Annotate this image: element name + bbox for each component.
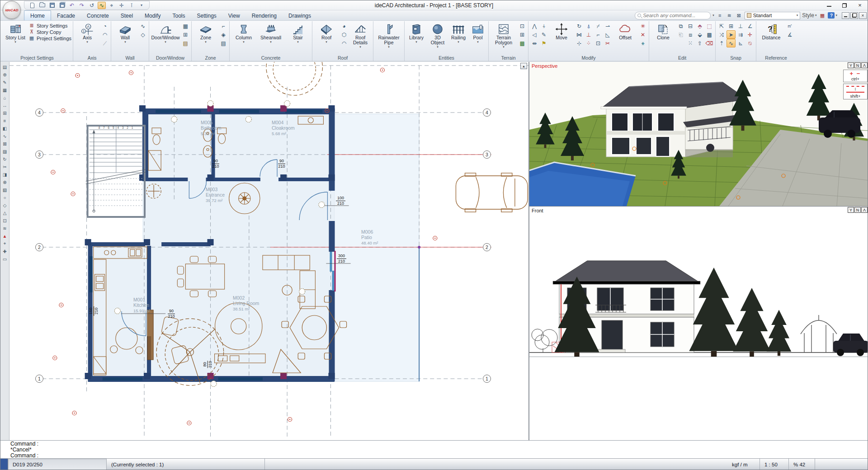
axis-edit-icon[interactable]: ⟋ (100, 39, 109, 47)
group-icon[interactable]: ⊟ (686, 22, 695, 30)
zone-patch-icon[interactable]: ◈ (219, 30, 228, 39)
scale-chart-icon[interactable]: ⍋ (584, 22, 593, 30)
select-layer-icon[interactable]: ⬙ (695, 30, 704, 39)
axis-bubble-2-left[interactable]: 2 (35, 243, 43, 251)
snap-axis-icon[interactable]: ⤨ (717, 30, 726, 39)
snap-grid-lock-icon[interactable]: ⊞ (726, 22, 736, 30)
exclude-tool-icon[interactable]: ⊗ (1, 179, 9, 186)
standard-style-combo[interactable]: Standart ▾ (745, 12, 801, 19)
axis-bubble-2-right[interactable]: 2 (483, 243, 491, 251)
dome-roof-icon[interactable]: ◕ (340, 22, 349, 30)
fillet-icon[interactable]: ⌐ (594, 30, 603, 39)
command-search-box[interactable] (635, 12, 711, 19)
select-similar-icon[interactable]: ⬘ (695, 22, 704, 30)
axis-bubble-1-left[interactable]: 1 (35, 375, 43, 383)
lift-icon[interactable]: ⇧ (695, 39, 704, 47)
grid-tool-icon[interactable]: ⊞ (1, 109, 9, 117)
wall-panel-icon[interactable]: ◇ (138, 30, 147, 39)
replace-icon[interactable]: ⬚ (705, 22, 714, 30)
pattern-tool-icon[interactable]: ▨ (1, 148, 9, 155)
triangle-tool-icon[interactable]: △ (1, 209, 9, 216)
zone-button[interactable]: Zone▾ (193, 22, 218, 44)
close-button[interactable]: × (852, 0, 868, 10)
area-measure-icon[interactable]: ㎡ (785, 22, 794, 30)
roof-details-button[interactable]: Roof Details▾ (349, 22, 372, 49)
view-filter-button[interactable]: Y (848, 62, 854, 68)
measure-angle-icon[interactable]: ⋀ (530, 22, 539, 30)
rotate-icon[interactable]: ↻ (575, 22, 584, 30)
railing-button[interactable]: Railing▾ (448, 22, 468, 44)
box-point-tool-icon[interactable]: ⊡ (1, 217, 9, 224)
draw-tool-icon[interactable]: ✎ (1, 79, 9, 86)
plan-view-canvas[interactable]: 8 7 6 5 4 3 2 1 (9, 62, 528, 440)
mdi-restore-button[interactable] (850, 12, 858, 19)
window-grid-icon[interactable]: ▦ (181, 22, 190, 30)
move-button[interactable]: Move (549, 22, 574, 41)
points-icon[interactable]: ⁙ (686, 39, 695, 47)
terrain-polygon-button[interactable]: Terrain Polygon▾ (490, 22, 517, 49)
rect-tool-icon[interactable]: ▭ (1, 255, 9, 263)
view-collapse-button[interactable]: Λ (861, 207, 868, 213)
eyedropper-icon[interactable]: ✎ (539, 30, 548, 39)
status-scale[interactable]: 1 : 50 (760, 459, 789, 470)
hatch-tool-icon[interactable]: ▦ (1, 86, 9, 94)
copy-icon[interactable]: ⧉ (676, 22, 685, 30)
stretch-icon[interactable]: ⇹ (530, 39, 539, 47)
extend-icon[interactable]: ⇀ (603, 22, 612, 30)
front-elevation-viewport[interactable]: Front Y N Λ (529, 207, 868, 357)
object3d-button[interactable]: 3D Object▾ (427, 22, 448, 49)
zone-corner-icon[interactable]: ⌐ (219, 22, 228, 30)
tab-tools[interactable]: Tools (166, 10, 191, 20)
curved-wall-icon[interactable]: ∿ (138, 22, 147, 30)
half-fill-tool-icon[interactable]: ◧ (1, 125, 9, 132)
column-button[interactable]: Column▾ (231, 22, 256, 44)
door-window-button[interactable]: Door/Window▾ (151, 22, 180, 44)
view-filter-button[interactable]: Y (848, 207, 854, 213)
mirror-icon[interactable]: ⋈ (575, 30, 584, 39)
roof-button[interactable]: Roof▾ (314, 22, 339, 44)
close-region-tool-icon[interactable]: ⊠ (1, 140, 9, 147)
gazebo-roof-icon[interactable]: ⬡ (340, 30, 349, 39)
restore-button[interactable] (837, 0, 852, 10)
paste-icon[interactable]: ⎗ (676, 30, 685, 39)
plus-tool-icon[interactable]: ✚ (1, 248, 9, 255)
home-tool-icon[interactable]: ⌂ (1, 94, 9, 101)
divide-icon[interactable]: ⚹ (638, 39, 647, 47)
project-settings-button[interactable]: ▦Project Settings (28, 35, 71, 41)
tab-modify[interactable]: Modify (139, 10, 166, 20)
clone-button[interactable]: Clone (651, 22, 676, 41)
half-fill2-tool-icon[interactable]: ◨ (1, 171, 9, 178)
distance-button[interactable]: ? Distance (758, 22, 785, 41)
help-dropdown[interactable]: ? ▾ (828, 12, 837, 19)
tab-settings[interactable]: Settings (191, 10, 222, 20)
arc-axis-icon[interactable]: ◠ (100, 30, 109, 39)
matrix-icon[interactable]: ▩ (705, 30, 714, 39)
snap-up-icon[interactable]: ⇡ (717, 39, 726, 47)
story-copy-button[interactable]: ⊼Story Copy (28, 29, 71, 35)
circular-axis-icon[interactable]: ◔ (100, 22, 109, 30)
target-tool-icon[interactable]: ⌖ (1, 240, 9, 247)
axis-bubble-4-left[interactable]: 4 (35, 108, 43, 117)
auto-mode-tool-icon[interactable]: ▲ (1, 232, 9, 240)
snap-perpendicular-icon[interactable]: ⊥ (736, 22, 745, 30)
search-caret[interactable]: ▾ (712, 14, 714, 17)
snap-parallel-icon[interactable]: ⇉ (736, 30, 745, 39)
spline-tool-icon[interactable]: ∿ (1, 132, 9, 140)
eraser-icon[interactable]: ✂ (603, 39, 612, 47)
ctrl-zoom-tool[interactable]: + − ctrl+ (843, 70, 868, 82)
perspective-viewport[interactable]: Perspective Y N Λ + − ctrl+ ↕ shift+ (529, 62, 868, 207)
mdi-close-button[interactable]: × (859, 12, 867, 19)
library-button[interactable]: Library▾ (406, 22, 427, 44)
staircase[interactable]: 8 7 6 5 4 3 2 1 (86, 126, 146, 217)
view-name-button[interactable]: N (854, 207, 861, 213)
shutter-icon[interactable]: ▤ (181, 39, 190, 47)
scroll-up-button[interactable]: ▲ (520, 63, 527, 69)
waves-tool-icon[interactable]: ≋ (1, 225, 9, 232)
shearwall-button[interactable]: Shearwall▾ (257, 22, 285, 44)
status-units[interactable]: kgf / m (727, 459, 760, 470)
break-icon[interactable]: ✕ (638, 30, 647, 39)
minimize-button[interactable] (821, 0, 837, 10)
search-input[interactable] (643, 13, 708, 18)
style-paint-icon[interactable]: ▦ (818, 12, 826, 19)
terrain-cut-icon[interactable]: ⊡ (518, 22, 527, 30)
